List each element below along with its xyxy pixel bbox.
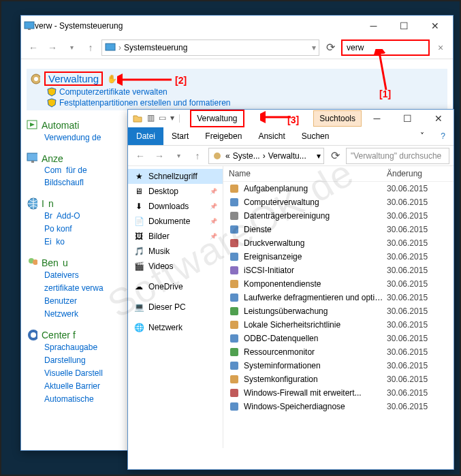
sidebar-item[interactable]: 🖥Desktop — [128, 184, 223, 199]
file-name: Laufwerke defragmentieren und optimier..… — [244, 293, 387, 302]
list-item[interactable]: iSCSI-Initiator30.06.2015 — [223, 264, 454, 277]
col-date[interactable]: Änderung — [387, 169, 448, 178]
recent-button[interactable]: ▾ — [63, 39, 80, 56]
list-item[interactable]: Ereignisanzeige30.06.2015 — [223, 250, 454, 264]
folder-icon: 💻 — [133, 302, 144, 313]
list-item[interactable]: Datenträgerbereinigung30.06.2015 — [223, 209, 454, 223]
sidebar-item[interactable]: ★Schnellzugriff — [128, 169, 223, 184]
file-icon — [229, 238, 240, 249]
sidebar: ★Schnellzugriff🖥Desktop⬇Downloads📄Dokume… — [128, 166, 223, 448]
breadcrumb-sep: « — [225, 151, 230, 161]
sidebar-item[interactable]: 💻Dieser PC — [128, 300, 223, 315]
search-tools-tab[interactable]: Suchtools — [313, 110, 362, 127]
properties-icon[interactable]: ▥ — [147, 113, 155, 124]
breadcrumb-item[interactable]: Verwaltu... — [268, 151, 306, 161]
address-bar[interactable]: › Systemsteuerung ▾ — [101, 39, 319, 56]
breadcrumb-item[interactable]: Systemsteuerung — [124, 43, 187, 52]
breadcrumb-item[interactable]: Syste... — [233, 151, 260, 161]
control-panel-icon — [24, 20, 35, 31]
folder-icon: 🎵 — [133, 246, 144, 257]
maximize-button[interactable]: ☐ — [392, 109, 423, 128]
sidebar-item[interactable]: 🖼Bilder — [128, 229, 223, 244]
list-item[interactable]: Ressourcenmonitor30.06.2015 — [223, 345, 454, 359]
forward-button[interactable]: → — [44, 39, 61, 56]
folder-icon: 🎬 — [133, 261, 144, 272]
result-sublink[interactable]: Com — [44, 165, 61, 175]
svg-rect-25 — [230, 321, 238, 329]
maximize-button[interactable]: ☐ — [389, 16, 419, 35]
up-button[interactable]: ↑ — [189, 148, 206, 164]
sidebar-item-label: Desktop — [148, 187, 178, 196]
file-name: Ereignisanzeige — [244, 252, 387, 261]
svg-rect-26 — [230, 334, 238, 343]
sidebar-item-label: Musik — [148, 247, 170, 256]
dropdown-icon[interactable]: ▾ — [312, 43, 316, 52]
svg-rect-2 — [106, 44, 115, 50]
back-button[interactable]: ← — [132, 148, 148, 164]
titlebar: verw - Systemsteuerung ─ ☐ ✕ — [21, 16, 453, 36]
close-button[interactable]: ✕ — [419, 16, 450, 35]
minimize-button[interactable]: ─ — [362, 109, 392, 128]
list-item[interactable]: Windows-Speicherdiagnose30.06.2015 — [223, 400, 454, 413]
list-item[interactable]: Computerverwaltung30.06.2015 — [223, 195, 454, 209]
list-item[interactable]: Systemkonfiguration30.06.2015 — [223, 372, 454, 386]
forward-button[interactable]: → — [151, 148, 168, 164]
tab-share[interactable]: Freigeben — [197, 127, 250, 145]
back-button[interactable]: ← — [25, 39, 42, 56]
tab-view[interactable]: Ansicht — [250, 127, 293, 145]
list-item[interactable]: ODBC-Datenquellen30.06.2015 — [223, 332, 454, 345]
file-icon — [229, 224, 240, 235]
ribbon: Datei Start Freigeben Ansicht Suchen ˅ ? — [128, 127, 454, 146]
sidebar-item[interactable]: 🎵Musik — [128, 244, 223, 259]
file-icon — [229, 319, 240, 330]
file-date: 30.06.2015 — [387, 375, 448, 384]
list-item[interactable]: Druckverwaltung30.06.2015 — [223, 236, 454, 250]
list-item[interactable]: Windows-Firewall mit erweitert...30.06.2… — [223, 386, 454, 400]
up-button[interactable]: ↑ — [82, 39, 99, 56]
address-bar[interactable]: « Syste... › Verwaltu... ▾ — [208, 148, 324, 164]
new-folder-icon[interactable]: ▭ — [159, 113, 166, 124]
col-name[interactable]: Name — [229, 169, 387, 178]
explorer-window: ▥ ▭ ▾ | Verwaltung Suchtools ─ ☐ ✕ Datei… — [127, 109, 454, 470]
tab-start[interactable]: Start — [163, 127, 197, 145]
search-input[interactable]: "Verwaltung" durchsuche — [346, 148, 449, 164]
list-item[interactable]: Leistungsüberwachung30.06.2015 — [223, 304, 454, 318]
close-button[interactable]: ✕ — [423, 109, 454, 128]
svg-rect-29 — [230, 375, 238, 383]
svg-rect-20 — [230, 253, 238, 261]
file-date: 30.06.2015 — [387, 320, 448, 330]
list-item[interactable]: Aufgabenplanung30.06.2015 — [223, 182, 454, 195]
sidebar-item[interactable]: 📄Dokumente — [128, 214, 223, 229]
result-sublink[interactable]: Bildsch — [44, 178, 71, 187]
sidebar-item[interactable]: 🌐Netzwerk — [128, 320, 223, 335]
clear-search-button[interactable]: × — [432, 42, 449, 53]
recent-button[interactable]: ▾ — [170, 148, 187, 164]
svg-rect-1 — [28, 29, 31, 30]
list-item[interactable]: Lokale Sicherheitsrichtlinie30.06.2015 — [223, 318, 454, 332]
sidebar-item[interactable]: 🎬Videos — [128, 259, 223, 274]
list-item[interactable]: Systeminformationen30.06.2015 — [223, 359, 454, 372]
svg-rect-7 — [27, 153, 37, 161]
tab-file[interactable]: Datei — [128, 127, 163, 145]
refresh-button[interactable]: ⟳ — [322, 39, 338, 56]
result-sublink[interactable]: Festplattenpartitionen erstellen und for… — [47, 98, 445, 108]
folder-icon[interactable] — [132, 113, 143, 124]
sidebar-item[interactable]: ☁OneDrive — [128, 279, 223, 294]
expand-ribbon-icon[interactable]: ˅ — [412, 127, 432, 145]
dropdown-icon[interactable]: ▾ — [317, 151, 321, 161]
breadcrumb-sep: › — [118, 43, 121, 52]
svg-rect-24 — [230, 307, 238, 315]
file-date: 30.06.2015 — [387, 293, 448, 302]
list-item[interactable]: Komponentendienste30.06.2015 — [223, 277, 454, 291]
qat-dropdown-icon[interactable]: ▾ — [170, 113, 174, 124]
list-item[interactable]: Dienste30.06.2015 — [223, 223, 454, 236]
help-icon[interactable]: ? — [432, 127, 454, 145]
sidebar-item[interactable]: ⬇Downloads — [128, 199, 223, 214]
file-icon — [229, 360, 240, 371]
file-name: Systemkonfiguration — [244, 375, 387, 384]
tab-search[interactable]: Suchen — [293, 127, 338, 145]
refresh-button[interactable]: ⟳ — [327, 148, 343, 164]
column-headers[interactable]: Name Änderung — [223, 166, 454, 182]
minimize-button[interactable]: ─ — [358, 16, 389, 35]
list-item[interactable]: Laufwerke defragmentieren und optimier..… — [223, 291, 454, 304]
